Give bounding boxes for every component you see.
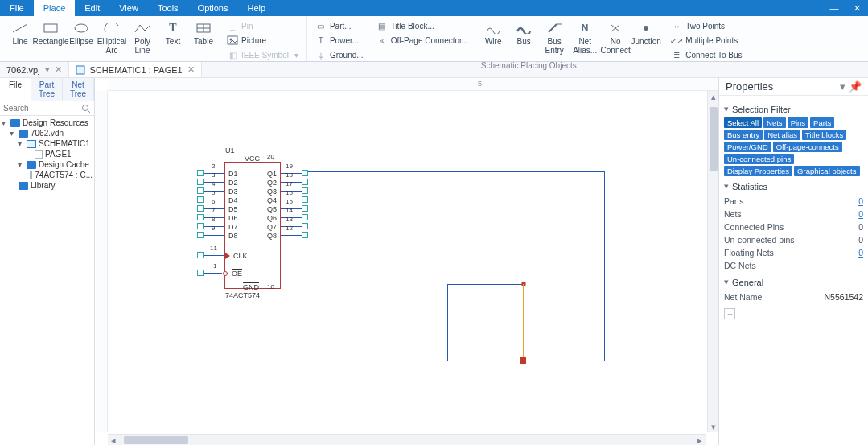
pin-port[interactable] [197, 214, 204, 220]
scroll-thumb-v[interactable] [710, 107, 718, 171]
menu-options[interactable]: Options [188, 0, 238, 16]
close-icon[interactable]: ✕ [55, 64, 62, 75]
scroll-right-icon[interactable]: ▸ [694, 435, 706, 445]
ribbon-multiple-points[interactable]: ↙↗Multiple Points [668, 34, 745, 47]
section-selection-filter[interactable]: ▾Selection Filter [724, 104, 863, 114]
ribbon-offpage[interactable]: «Off-Page Connector... [373, 34, 472, 47]
tab-part-tree[interactable]: Part Tree [31, 78, 63, 101]
pin-port[interactable] [197, 170, 204, 176]
pin-port[interactable] [302, 187, 308, 194]
pin-port[interactable] [197, 179, 204, 185]
net-bottom[interactable] [447, 361, 605, 361]
ribbon-wire[interactable]: Wire [478, 18, 508, 55]
panel-pin-icon[interactable]: 📌 [849, 80, 862, 93]
drag-handle[interactable] [520, 357, 526, 364]
pin-port[interactable] [197, 187, 204, 194]
tab-net-tree[interactable]: Net Tree [63, 78, 94, 101]
add-property-button[interactable]: ＋ [724, 308, 735, 319]
close-icon[interactable]: ✕ [187, 64, 195, 75]
ribbon-bus[interactable]: Bus [508, 18, 539, 55]
scroll-thumb-h[interactable] [124, 436, 188, 444]
ribbon-table[interactable]: Table [188, 18, 219, 46]
menu-edit[interactable]: Edit [75, 0, 109, 16]
ribbon-no-connect[interactable]: No Connect [600, 18, 631, 55]
scroll-left-icon[interactable]: ◂ [108, 435, 119, 445]
net-left-top[interactable] [447, 284, 524, 285]
pin-port[interactable] [197, 232, 204, 238]
pin-port[interactable] [197, 252, 204, 258]
scrollbar-horizontal[interactable]: ◂ ▸ [108, 434, 706, 445]
filter-tag[interactable]: Un-connected pins [724, 154, 794, 164]
ribbon-ieee-symbol[interactable]: ◧IEEE Symbol▾ [224, 48, 302, 61]
filter-tag[interactable]: Bus entry [724, 130, 763, 140]
pin-wire[interactable] [204, 273, 222, 274]
filter-tag[interactable]: Graphical objects [794, 166, 859, 176]
tree-design-cache[interactable]: ▾Design Cache [2, 159, 93, 170]
tree-library[interactable]: Library [2, 180, 93, 191]
panel-menu-icon[interactable]: ▾ [840, 80, 845, 93]
pin-wire[interactable] [204, 235, 224, 236]
tab-file[interactable]: File [0, 78, 31, 101]
ribbon-elliptical-arc[interactable]: Elliptical Arc [97, 18, 127, 55]
section-general[interactable]: ▾General [724, 277, 863, 287]
scrollbar-vertical[interactable]: ▴ ▾ [707, 91, 718, 432]
pin-port[interactable] [302, 179, 308, 185]
ribbon-ellipse[interactable]: Ellipse [66, 18, 97, 46]
pin-port[interactable] [197, 223, 204, 229]
ribbon-picture[interactable]: Picture [224, 34, 302, 47]
search-icon[interactable] [81, 104, 91, 113]
ribbon-power[interactable]: TPower... [312, 34, 367, 47]
filter-tag[interactable]: Display Properties [724, 166, 792, 176]
pin-icon[interactable]: ▾ [45, 64, 50, 75]
tree-schematic[interactable]: ▾SCHEMATIC1 [2, 138, 93, 149]
schematic-canvas[interactable]: U1 74ACT574 VCC 20 GND 10 D1D2D3D4D5D6D7… [108, 91, 706, 432]
net-name-value[interactable]: N5561542 [825, 292, 863, 302]
pin-port[interactable] [197, 270, 204, 276]
section-statistics[interactable]: ▾Statistics [724, 181, 863, 192]
pin-port[interactable] [197, 205, 204, 212]
tree-design-resources[interactable]: ▾Design Resources [2, 117, 93, 128]
ribbon-junction[interactable]: Junction [631, 18, 661, 55]
filter-tag[interactable]: Title blocks [802, 130, 846, 140]
filter-tag[interactable]: Pins [788, 117, 808, 128]
pin-port[interactable] [302, 196, 308, 203]
tree-project-file[interactable]: ▾7062.vdn [2, 128, 93, 138]
ribbon-net-alias[interactable]: NNet Alias... [570, 18, 600, 55]
net-top[interactable] [307, 171, 605, 172]
pin-port[interactable] [302, 232, 308, 238]
ribbon-rectangle[interactable]: Rectangle [35, 18, 66, 46]
stat-value[interactable]: 0 [858, 248, 863, 258]
net-dangling[interactable] [523, 284, 524, 361]
window-minimize[interactable]: — [823, 0, 845, 16]
ribbon-line[interactable]: Line [5, 18, 35, 46]
pin-port[interactable] [302, 223, 308, 229]
doc-tab-project[interactable]: 7062.vpj ▾ ✕ [0, 62, 69, 77]
pin-wire[interactable] [204, 255, 224, 256]
net-right-v[interactable] [604, 171, 605, 361]
filter-tag[interactable]: Off-page-connects [773, 142, 842, 152]
doc-tab-page[interactable]: SCHEMATIC1 : PAGE1 ✕ [69, 62, 202, 77]
ribbon-ground[interactable]: ⏚Ground... [312, 48, 367, 61]
filter-tag[interactable]: Parts [810, 117, 834, 128]
menu-file[interactable]: File [0, 0, 34, 16]
pin-port[interactable] [302, 170, 308, 176]
menu-view[interactable]: View [109, 0, 148, 16]
ribbon-part[interactable]: ▭Part... [312, 19, 367, 32]
tree-page[interactable]: PAGE1 [2, 149, 93, 159]
pin-port[interactable] [302, 214, 308, 220]
net-left-v[interactable] [447, 284, 448, 361]
stat-value[interactable]: 0 [858, 209, 863, 219]
ribbon-two-points[interactable]: ↔Two Points [668, 19, 745, 32]
menu-place[interactable]: Place [34, 0, 76, 16]
filter-tag[interactable]: Nets [763, 117, 786, 128]
ribbon-text[interactable]: TText [158, 18, 188, 46]
pin-port[interactable] [302, 205, 308, 212]
tree-cache-item[interactable]: 74ACT574 : C... [2, 170, 93, 180]
window-close[interactable]: ✕ [845, 0, 868, 16]
ribbon-pin[interactable]: ⎯Pin [224, 19, 302, 32]
ribbon-bus-entry[interactable]: Bus Entry [539, 18, 570, 55]
filter-tag[interactable]: Net alias [764, 130, 800, 140]
stat-value[interactable]: 0 [858, 196, 863, 206]
ribbon-title-block[interactable]: ▤Title Block... [373, 19, 472, 32]
scroll-up-icon[interactable]: ▴ [708, 91, 718, 102]
